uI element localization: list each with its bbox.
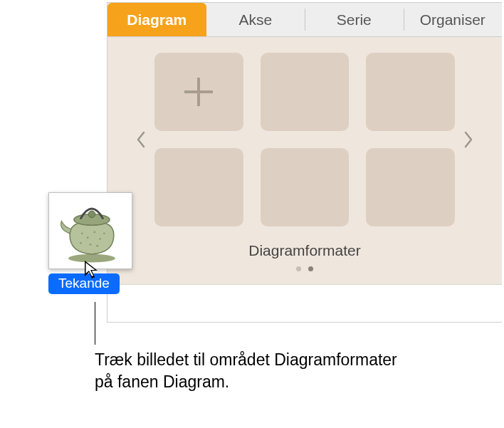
chart-styles-grid [150, 53, 459, 226]
chevron-right-icon [463, 131, 473, 148]
tab-akse[interactable]: Akse [206, 3, 305, 36]
svg-point-2 [68, 254, 115, 263]
callout-text: Træk billedet til området Diagramformate… [95, 349, 401, 393]
inspector-tabbar: Diagram Akse Serie Organiser [107, 3, 502, 37]
dragged-image-preview [48, 192, 132, 269]
chart-style-slot[interactable] [261, 148, 350, 226]
styles-prev-button[interactable] [132, 97, 150, 182]
inspector-panel: Diagram Akse Serie Organiser [107, 2, 502, 323]
chart-style-slot[interactable] [366, 53, 455, 131]
svg-point-9 [90, 244, 92, 246]
callout-leader-line [95, 302, 95, 345]
chart-style-slot[interactable] [261, 53, 350, 131]
tab-serie[interactable]: Serie [305, 3, 404, 36]
svg-point-7 [93, 231, 95, 233]
pager-dot[interactable] [296, 266, 301, 271]
svg-point-12 [96, 245, 98, 247]
add-chart-style-button[interactable] [154, 53, 243, 131]
svg-point-11 [103, 232, 105, 234]
chart-styles-caption: Diagramformater [132, 242, 478, 259]
teapot-icon [49, 193, 132, 268]
svg-point-10 [80, 242, 82, 244]
plus-icon [179, 72, 219, 112]
tab-diagram[interactable]: Diagram [107, 3, 206, 36]
svg-point-5 [81, 232, 83, 234]
svg-point-6 [87, 236, 89, 239]
chevron-left-icon [136, 131, 146, 148]
chart-style-slot[interactable] [366, 148, 455, 226]
dragged-image-filename: Tekande [48, 273, 120, 294]
tab-organiser[interactable]: Organiser [404, 3, 503, 36]
styles-pager [132, 266, 478, 271]
svg-point-8 [99, 238, 101, 240]
styles-next-button[interactable] [459, 97, 478, 182]
chart-style-slot[interactable] [154, 148, 243, 226]
pager-dot[interactable] [308, 266, 313, 271]
dragged-image-thumbnail: Tekande [48, 192, 140, 294]
svg-point-4 [88, 211, 95, 218]
chart-styles-area: Diagramformater [107, 37, 502, 285]
